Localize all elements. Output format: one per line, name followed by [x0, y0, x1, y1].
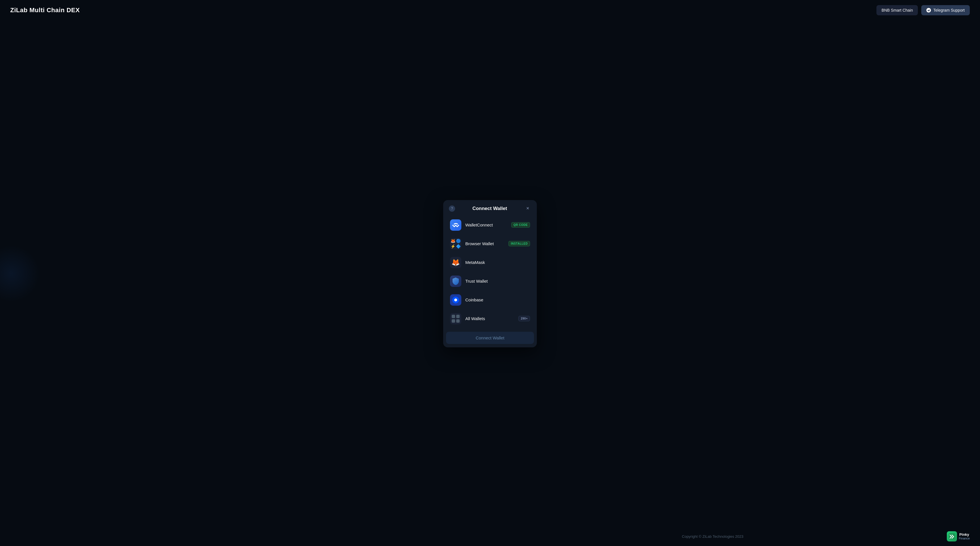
main-content: ? Connect Wallet × WalletConnect QR CODE: [0, 21, 980, 527]
wallet-item-browser[interactable]: 🦊 🔵 ⚡ 🔷 Browser Wallet INSTALLED: [446, 235, 534, 253]
coinbase-name: Coinbase: [465, 298, 483, 302]
all-wallets-icon: [450, 313, 461, 324]
wallet-item-walletconnect[interactable]: WalletConnect QR CODE: [446, 216, 534, 234]
walletconnect-icon: [450, 220, 461, 231]
modal-close-button[interactable]: ×: [524, 205, 531, 212]
trust-wallet-name: Trust Wallet: [465, 279, 488, 283]
browser-wallet-name: Browser Wallet: [465, 241, 494, 246]
coinbase-info: Coinbase: [465, 298, 530, 302]
browser-wallet-badge: INSTALLED: [508, 241, 530, 246]
trust-wallet-info: Trust Wallet: [465, 279, 530, 283]
footer-brand: Pinky Finance: [947, 531, 970, 541]
pinky-label: Pinky: [959, 533, 970, 536]
telegram-button[interactable]: Telegram Support: [921, 5, 970, 15]
walletconnect-info: WalletConnect QR CODE: [465, 222, 530, 228]
connect-wallet-button[interactable]: Connect Wallet: [446, 332, 534, 344]
wallet-item-all[interactable]: All Wallets 290+: [446, 310, 534, 328]
footer-copyright: Copyright © ZiLab Technologies 2023: [478, 534, 947, 539]
modal-header: ? Connect Wallet ×: [443, 200, 537, 216]
modal-title: Connect Wallet: [473, 206, 507, 212]
finance-label: Finance: [959, 536, 970, 540]
browser-wallet-info: Browser Wallet INSTALLED: [465, 241, 530, 246]
trust-wallet-icon: [450, 275, 461, 287]
wallet-item-metamask[interactable]: 🦊 MetaMask: [446, 253, 534, 272]
app-logo: ZiLab Multi Chain DEX: [10, 6, 80, 14]
wallet-item-coinbase[interactable]: Coinbase: [446, 291, 534, 309]
chain-button[interactable]: BNB Smart Chain: [877, 5, 918, 15]
pinky-icon: [947, 531, 957, 541]
metamask-info: MetaMask: [465, 260, 530, 265]
pinky-finance-logo: Pinky Finance: [947, 531, 970, 541]
coinbase-icon: [450, 294, 461, 306]
bg-glow-left: [0, 245, 40, 302]
metamask-icon: 🦊: [450, 257, 461, 268]
browser-wallet-icon: 🦊 🔵 ⚡ 🔷: [450, 238, 461, 250]
wallet-list: WalletConnect QR CODE 🦊 🔵 ⚡ 🔷 Browser Wa…: [443, 216, 537, 331]
footer: Copyright © ZiLab Technologies 2023 Pink…: [0, 527, 980, 546]
telegram-icon: [926, 8, 931, 13]
all-wallets-name: All Wallets: [465, 316, 485, 321]
all-wallets-badge: 290+: [519, 316, 530, 321]
walletconnect-badge: QR CODE: [511, 222, 530, 228]
header-actions: BNB Smart Chain Telegram Support: [877, 5, 970, 15]
modal-info-button[interactable]: ?: [449, 205, 455, 212]
connect-wallet-modal: ? Connect Wallet × WalletConnect QR CODE: [443, 200, 537, 347]
header: ZiLab Multi Chain DEX BNB Smart Chain Te…: [0, 0, 980, 21]
wallet-item-trust[interactable]: Trust Wallet: [446, 272, 534, 290]
all-wallets-info: All Wallets 290+: [465, 316, 530, 321]
walletconnect-name: WalletConnect: [465, 223, 493, 227]
metamask-name: MetaMask: [465, 260, 485, 265]
